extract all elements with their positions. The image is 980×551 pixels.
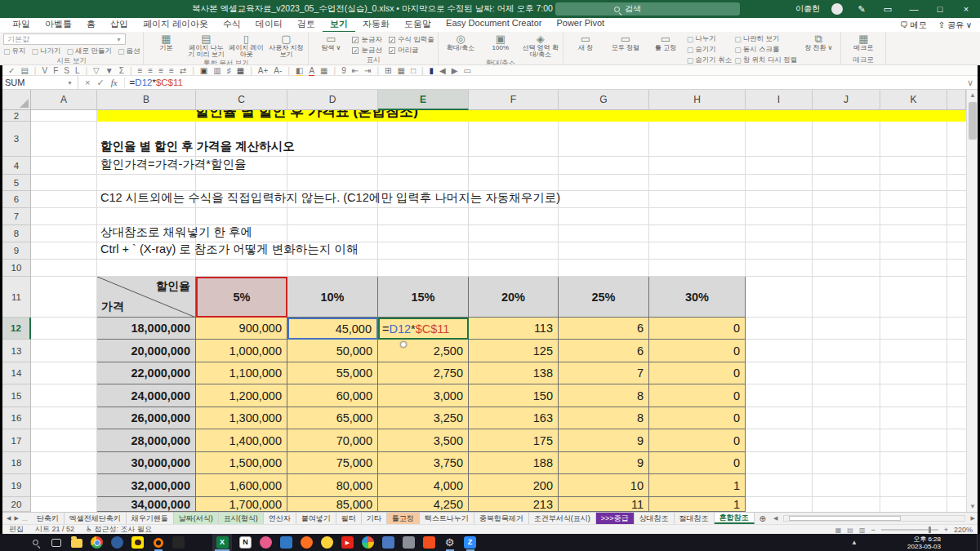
cell-C20[interactable]: 1,700,000 [196, 497, 287, 512]
cell-H14[interactable]: 0 [649, 362, 746, 384]
button-유지[interactable]: ▢유지 [3, 47, 26, 56]
row-header-6[interactable]: 6 [2, 191, 31, 208]
decrease-indent-icon[interactable]: ⇤ [352, 66, 359, 75]
zoom-slider[interactable] [881, 529, 938, 531]
sheet-tab-필터[interactable]: 필터 [336, 513, 362, 524]
button-나란히 보기[interactable]: ▢나란히 보기 [734, 34, 797, 44]
cell-H19[interactable]: 1 [649, 474, 746, 497]
button-100%[interactable]: ▣100% [482, 33, 519, 51]
pink-app-icon[interactable] [259, 534, 273, 551]
f-icon[interactable]: F [53, 66, 58, 75]
orientation-icon[interactable]: ⇄ [180, 66, 186, 75]
button-창 전환[interactable]: ⧉창 전환 ∨ [800, 33, 837, 51]
vertical-scroll-thumb[interactable] [969, 102, 977, 140]
cell-E18[interactable]: 3,750 [378, 452, 469, 474]
cell-H13[interactable]: 0 [649, 340, 746, 362]
cell-F12[interactable]: 113 [469, 318, 559, 340]
cell-F16[interactable]: 163 [469, 407, 559, 429]
discount-header-25%[interactable]: 25% [559, 277, 649, 318]
row-header-8[interactable]: 8 [2, 225, 31, 242]
row-header-5[interactable]: 5 [2, 175, 31, 191]
button-나누기[interactable]: ▢나누기 [687, 34, 732, 44]
cell-F18[interactable]: 188 [469, 452, 559, 474]
cell-G20[interactable]: 11 [559, 497, 649, 512]
row-header-20[interactable]: 20 [2, 497, 31, 512]
row-header-2[interactable]: 2 [2, 110, 31, 122]
button-나가기[interactable]: ▢나가기 [32, 47, 61, 56]
blue-app-icon[interactable] [279, 534, 293, 551]
row-header-10[interactable]: 10 [2, 260, 31, 277]
tab-페이지 레이아웃[interactable]: 페이지 레이아웃 [136, 17, 216, 33]
lamp-app-icon[interactable] [320, 534, 334, 551]
filter-icon[interactable]: ▽ [93, 66, 100, 75]
sheet-tab-표시(형식)[interactable]: 표시(형식) [219, 513, 264, 524]
sheet-tab-단축키[interactable]: 단축키 [32, 513, 65, 524]
tab-홈[interactable]: 홈 [79, 17, 103, 33]
column-header-B[interactable]: B [97, 90, 196, 110]
font-color-icon[interactable]: A [309, 66, 314, 75]
justify-icon[interactable]: ≡ [169, 66, 174, 75]
page-break-view-icon[interactable]: ▥ [859, 527, 866, 534]
column-header-K[interactable]: K [880, 90, 947, 110]
cell-F19[interactable]: 200 [469, 474, 559, 497]
normal-view-icon[interactable]: ▦ [835, 527, 842, 534]
blender-icon[interactable] [300, 534, 314, 551]
blue-window-app-icon[interactable] [381, 534, 395, 551]
sheet-tab-절대참조[interactable]: 절대참조 [675, 513, 715, 524]
comments-button[interactable]: 🗨 메모 [900, 20, 927, 31]
cell-C18[interactable]: 1,500,000 [196, 452, 287, 474]
start-button[interactable] [8, 534, 22, 551]
tab-Easy Document Creator[interactable]: Easy Document Creator [439, 17, 549, 33]
column-header-D[interactable]: D [287, 90, 378, 110]
clipboard-icon[interactable]: ▤ [20, 66, 28, 75]
cell-D12[interactable]: 45,000 [287, 318, 378, 340]
cell-E14[interactable]: 2,750 [378, 362, 469, 384]
show-desktop-button[interactable] [977, 534, 980, 551]
tab-검토[interactable]: 검토 [290, 17, 323, 33]
share-button[interactable]: ⇪ 공유 ∨ [938, 20, 972, 31]
align-left-icon[interactable]: ≡ [137, 66, 142, 75]
cell-B15[interactable]: 24,000,000 [97, 384, 196, 407]
red-app-icon[interactable] [172, 534, 185, 551]
tab-Power Pivot[interactable]: Power Pivot [549, 17, 612, 33]
cell-G17[interactable]: 9 [559, 429, 649, 452]
increase-indent-icon[interactable]: ⇥ [364, 66, 371, 75]
checkbox-눈금자[interactable]: ✓눈금자 [352, 35, 382, 45]
tab-보기[interactable]: 보기 [323, 17, 355, 33]
cell-E15[interactable]: 3,000 [378, 384, 469, 407]
button-숨기기[interactable]: ▢숨기기 [687, 45, 732, 55]
gray-window-app-icon[interactable] [402, 534, 416, 551]
speaker-icon[interactable]: ◀ [439, 66, 446, 75]
row-header-4[interactable]: 4 [2, 157, 31, 175]
column-header-F[interactable]: F [469, 90, 559, 110]
cell-E19[interactable]: 4,000 [378, 474, 469, 497]
select-all-corner[interactable] [2, 90, 31, 110]
cell-C19[interactable]: 1,600,000 [196, 474, 287, 497]
table-corner-cell[interactable]: 할인율가격 [97, 277, 196, 318]
button-기본[interactable]: ▦기본 [147, 33, 185, 51]
checkbox-눈금선[interactable]: ✓눈금선 [352, 46, 382, 56]
notion-icon[interactable]: N [238, 534, 252, 551]
insert-function-icon[interactable]: fx [111, 78, 118, 87]
row-header-3[interactable]: 3 [2, 122, 31, 157]
excel-icon[interactable]: X [212, 534, 232, 551]
borders-icon[interactable]: ▦ [320, 66, 327, 75]
cell-E13[interactable]: 2,500 [378, 340, 469, 362]
button-페이지 나누기 미리 보기[interactable]: ▤페이지 나누기 미리 보기 [187, 33, 225, 59]
pen-icon[interactable]: ✎ [854, 4, 869, 15]
sheet-tab-상대참조[interactable]: 상대참조 [635, 513, 675, 524]
checkbox-머리글[interactable]: ✓머리글 [389, 46, 434, 56]
row-header-18[interactable]: 18 [2, 452, 31, 474]
row-header-17[interactable]: 17 [2, 429, 31, 452]
play-icon[interactable]: ▶ [452, 66, 458, 75]
freeze-icon[interactable]: □ [411, 66, 416, 75]
sheet-tab-채우기핸들[interactable]: 채우기핸들 [127, 513, 174, 524]
close-button[interactable]: × [959, 4, 973, 14]
youtube-icon[interactable]: ▶ [341, 534, 354, 551]
cell-D15[interactable]: 60,000 [287, 384, 378, 407]
column-header-E[interactable]: E [378, 90, 469, 110]
tab-삽입[interactable]: 삽입 [103, 17, 136, 33]
cell-G12[interactable]: 6 [559, 318, 649, 340]
all-borders-icon[interactable]: ▦ [397, 66, 404, 75]
tab-수식[interactable]: 수식 [216, 17, 248, 33]
